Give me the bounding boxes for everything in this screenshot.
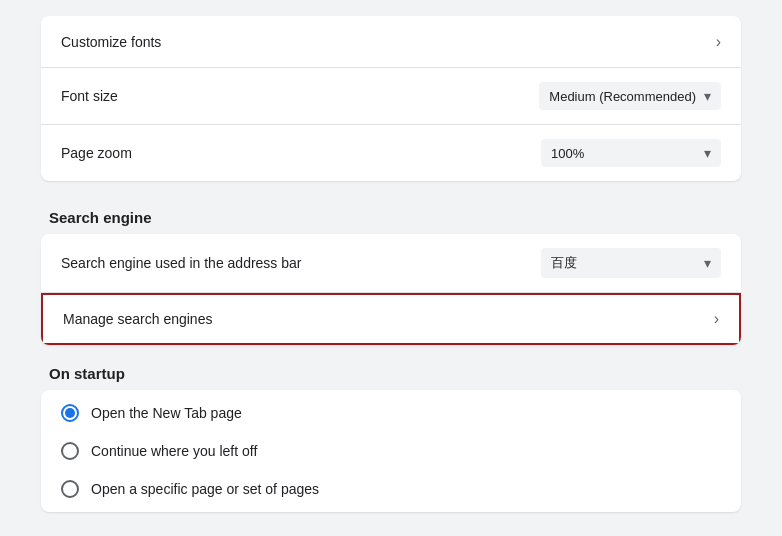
startup-option-2[interactable]: Open a specific page or set of pages [41, 470, 741, 508]
startup-option-0-label: Open the New Tab page [91, 405, 242, 421]
on-startup-card: Open the New Tab page Continue where you… [41, 390, 741, 512]
manage-search-chevron: › [714, 310, 719, 328]
radio-circle-2[interactable] [61, 480, 79, 498]
on-startup-section-title: On startup [41, 349, 741, 390]
search-engine-card: Search engine used in the address bar 百度… [41, 234, 741, 345]
address-bar-search-row[interactable]: Search engine used in the address bar 百度… [41, 234, 741, 293]
startup-option-2-label: Open a specific page or set of pages [91, 481, 319, 497]
startup-option-1-label: Continue where you left off [91, 443, 257, 459]
manage-search-engines-row[interactable]: Manage search engines › [41, 293, 741, 345]
search-engine-chevron-down: ▾ [704, 255, 711, 271]
privacy-section-title: Privacy and security [41, 524, 741, 536]
startup-option-0[interactable]: Open the New Tab page [41, 394, 741, 432]
font-size-dropdown[interactable]: Medium (Recommended) ▾ [539, 82, 721, 110]
search-engine-dropdown[interactable]: 百度 ▾ [541, 248, 721, 278]
address-bar-label: Search engine used in the address bar [61, 255, 302, 271]
customize-fonts-label: Customize fonts [61, 34, 161, 50]
page-zoom-label: Page zoom [61, 145, 132, 161]
radio-circle-0[interactable] [61, 404, 79, 422]
page-zoom-dropdown[interactable]: 100% ▾ [541, 139, 721, 167]
page-zoom-chevron-down: ▾ [704, 145, 711, 161]
settings-container: Customize fonts › Font size Medium (Reco… [21, 0, 761, 536]
font-size-chevron-down: ▾ [704, 88, 711, 104]
page-zoom-row[interactable]: Page zoom 100% ▾ [41, 125, 741, 181]
font-size-label: Font size [61, 88, 118, 104]
customize-fonts-row[interactable]: Customize fonts › [41, 16, 741, 68]
manage-search-engines-label: Manage search engines [63, 311, 212, 327]
search-engine-value: 百度 [551, 254, 577, 272]
startup-option-1[interactable]: Continue where you left off [41, 432, 741, 470]
font-size-row[interactable]: Font size Medium (Recommended) ▾ [41, 68, 741, 125]
search-engine-section-title: Search engine [41, 193, 741, 234]
customize-fonts-chevron: › [716, 33, 721, 51]
font-size-value: Medium (Recommended) [549, 89, 696, 104]
radio-circle-1[interactable] [61, 442, 79, 460]
page-zoom-value: 100% [551, 146, 584, 161]
fonts-card: Customize fonts › Font size Medium (Reco… [41, 16, 741, 181]
